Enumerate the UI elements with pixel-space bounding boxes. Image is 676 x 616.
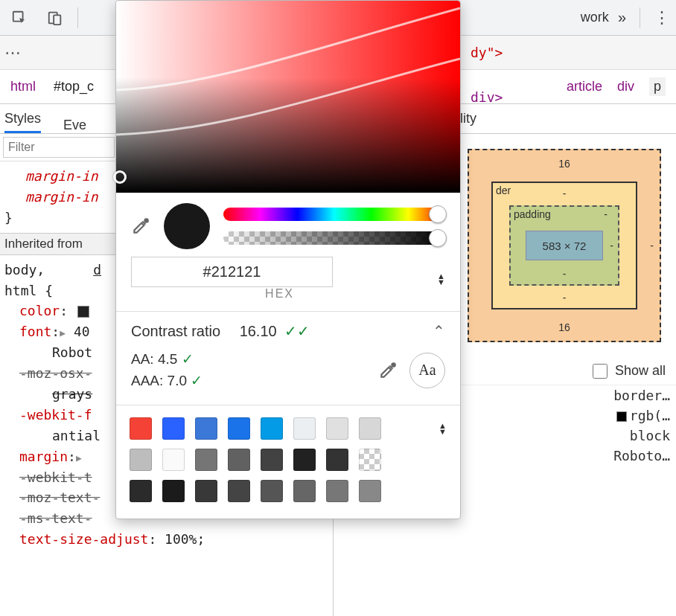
- palette-swatch[interactable]: [293, 449, 316, 471]
- hue-knob[interactable]: [429, 205, 447, 223]
- kebab-menu-icon[interactable]: ⋮: [654, 8, 670, 28]
- palette-swatch-transparent[interactable]: [359, 449, 381, 471]
- palette-swatch[interactable]: [359, 480, 381, 502]
- expand-arrow-icon[interactable]: ▶: [76, 452, 82, 463]
- breadcrumb-html[interactable]: html: [10, 79, 36, 94]
- color-format-label: HEX: [131, 287, 428, 301]
- eyedropper-icon[interactable]: [131, 216, 150, 236]
- expand-arrow-icon[interactable]: ▶: [60, 327, 66, 339]
- palette-swatch[interactable]: [130, 417, 152, 440]
- palette-swatch[interactable]: [228, 480, 250, 502]
- palette-swatch[interactable]: [326, 449, 348, 471]
- css-prop[interactable]: margin-in: [25, 189, 98, 205]
- show-all-label: Show all: [615, 363, 666, 379]
- more-tabs-icon[interactable]: »: [618, 9, 626, 26]
- dom-fragment: div>: [471, 89, 503, 105]
- saturation-cursor[interactable]: [113, 170, 127, 184]
- divider: [640, 7, 640, 28]
- palette-swatch[interactable]: [261, 449, 283, 471]
- overflow-ellipsis-icon[interactable]: ⋯: [4, 43, 22, 62]
- palette-swatch[interactable]: [162, 449, 185, 471]
- saturation-field[interactable]: [116, 1, 460, 193]
- palette-swatch[interactable]: [326, 480, 348, 502]
- styles-filter-input[interactable]: [3, 137, 115, 158]
- double-check-icon: ✓✓: [284, 322, 310, 340]
- computed-value: rgb(…: [616, 408, 670, 423]
- palette-swatch[interactable]: [293, 417, 316, 440]
- css-prop[interactable]: margin-in: [25, 168, 98, 184]
- contrast-label: Contrast ratio: [131, 323, 220, 340]
- box-model[interactable]: 16 16 - der - - padding - - - 583 × 72: [468, 149, 661, 342]
- chevron-down-icon: ▼: [439, 429, 447, 434]
- device-toggle-icon[interactable]: [42, 4, 68, 31]
- divider: [116, 405, 460, 405]
- tab-event-listeners[interactable]: Eve: [63, 118, 86, 133]
- tab-network[interactable]: work: [581, 10, 609, 25]
- palette-swatch[interactable]: [228, 417, 250, 440]
- breadcrumb-p[interactable]: p: [649, 77, 666, 96]
- chevron-down-icon: ▼: [437, 279, 445, 285]
- palette-switch-arrows[interactable]: ▲ ▼: [439, 423, 447, 434]
- palette-row: ▲ ▼: [130, 417, 447, 440]
- contrast-ratio-row: Contrast ratio 16.10 ✓✓ ⌃: [116, 316, 460, 346]
- palette-swatch[interactable]: [162, 417, 185, 440]
- palette-swatch[interactable]: [195, 449, 217, 471]
- computed-value: border…: [613, 388, 670, 403]
- palette-row: [130, 480, 447, 502]
- palette-row: [130, 449, 447, 471]
- palette-swatch[interactable]: [293, 480, 316, 502]
- check-icon: ✓: [191, 373, 203, 388]
- alpha-slider[interactable]: [223, 231, 445, 245]
- css-prop-margin[interactable]: margin: [19, 449, 68, 464]
- show-all-checkbox[interactable]: [593, 364, 608, 379]
- tab-styles[interactable]: Styles: [4, 111, 41, 133]
- palette-swatch[interactable]: [130, 449, 152, 471]
- color-palette: ▲ ▼: [116, 410, 460, 519]
- color-swatch[interactable]: [77, 306, 89, 318]
- current-color-swatch: [164, 203, 210, 249]
- palette-swatch[interactable]: [261, 417, 283, 440]
- format-switch-arrows[interactable]: ▲ ▼: [437, 273, 445, 285]
- palette-swatch[interactable]: [326, 417, 348, 440]
- palette-swatch[interactable]: [195, 480, 217, 502]
- css-prop-color[interactable]: color: [19, 303, 60, 318]
- hue-slider[interactable]: [223, 208, 445, 221]
- css-prop[interactable]: text-size-adjust: [19, 531, 148, 547]
- palette-swatch[interactable]: [359, 417, 381, 440]
- divider: [116, 311, 460, 312]
- box-model-content: 583 × 72: [526, 231, 603, 260]
- svg-point-3: [144, 219, 147, 222]
- contrast-value: 16.10: [240, 323, 277, 340]
- inspect-element-icon[interactable]: [6, 4, 33, 31]
- css-prop-font[interactable]: font: [19, 324, 51, 339]
- check-icon: ✓: [182, 351, 194, 367]
- palette-swatch[interactable]: [228, 449, 250, 471]
- contrast-thresholds: AA: 4.5 ✓ AAA: 7.0 ✓: [131, 349, 203, 391]
- svg-rect-2: [54, 15, 60, 25]
- text-preview-circle[interactable]: Aa: [409, 353, 445, 388]
- svg-point-4: [392, 363, 395, 366]
- alpha-knob[interactable]: [429, 229, 447, 247]
- bg-eyedropper-icon[interactable]: [378, 361, 398, 380]
- breadcrumb-top[interactable]: #top_c: [54, 79, 94, 94]
- breadcrumb-article[interactable]: article: [567, 79, 602, 94]
- color-swatch-mini[interactable]: [616, 411, 627, 422]
- palette-swatch[interactable]: [261, 480, 283, 502]
- palette-swatch[interactable]: [195, 417, 217, 440]
- chevron-up-icon[interactable]: ⌃: [433, 322, 445, 340]
- breadcrumb-div[interactable]: div: [617, 79, 634, 94]
- palette-swatch[interactable]: [162, 480, 185, 502]
- color-picker-popup: HEX ▲ ▼ Contrast ratio 16.10 ✓✓ ⌃ AA: 4.…: [115, 0, 461, 519]
- dom-fragment: dy">: [471, 45, 503, 60]
- hex-input[interactable]: [131, 257, 333, 287]
- divider: [77, 7, 78, 28]
- palette-swatch[interactable]: [130, 480, 152, 502]
- computed-value: Roboto…: [613, 448, 670, 463]
- computed-value: block: [630, 428, 670, 443]
